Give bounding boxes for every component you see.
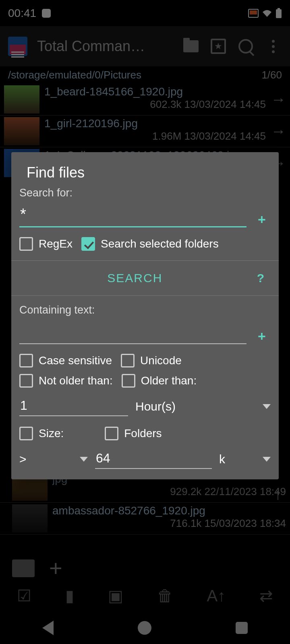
search-for-input[interactable]	[19, 203, 246, 227]
file-name: 1_beard-1845166_1920.jpg	[44, 85, 266, 98]
size-checkbox[interactable]: Size:	[19, 427, 64, 440]
app-title: Total Comman…	[37, 38, 172, 55]
arrow-right-icon[interactable]: →	[271, 123, 286, 140]
search-icon[interactable]	[237, 37, 255, 55]
cast-icon	[248, 9, 259, 18]
folder-icon[interactable]	[182, 37, 200, 55]
not-older-label: Not older than:	[39, 374, 113, 387]
nav-recent[interactable]	[236, 622, 248, 634]
file-meta: 1.96M 13/03/2024 14:45	[44, 130, 266, 142]
size-input[interactable]	[95, 449, 212, 469]
folders-label: Folders	[124, 427, 162, 440]
battery-icon	[276, 8, 282, 19]
wifi-icon	[262, 9, 272, 18]
svg-rect-1	[250, 10, 257, 14]
checkbox-icon	[122, 374, 135, 388]
search-button[interactable]: SEARCH	[19, 261, 251, 295]
age-unit-dropdown[interactable]: Hour(s)	[135, 400, 176, 413]
file-meta: 602.3k 13/03/2024 14:45	[44, 98, 266, 111]
sort-icon[interactable]: A↑	[207, 587, 226, 605]
path-bar[interactable]: /storage/emulated/0/Pictures 1/60	[0, 66, 290, 84]
dialog-title: Find files	[19, 164, 271, 187]
list-item[interactable]: 1_girl-2120196.jpg 1.96M 13/03/2024 14:4…	[0, 116, 290, 147]
case-sensitive-label: Case sensitive	[39, 354, 112, 367]
path-text: /storage/emulated/0/Pictures	[8, 69, 141, 81]
folders-checkbox[interactable]: Folders	[105, 427, 162, 440]
search-for-label: Search for:	[19, 187, 271, 199]
chevron-down-icon[interactable]	[263, 404, 271, 409]
path-count: 1/60	[261, 69, 282, 81]
checkbox-checked-icon	[81, 237, 95, 251]
checkbox-icon	[19, 237, 33, 251]
list-item[interactable]: 1_beard-1845166_1920.jpg 602.3k 13/03/20…	[0, 84, 290, 116]
file-meta: 929.2k 22/11/2023 18:49	[52, 485, 286, 498]
thumbnail	[4, 117, 39, 145]
unicode-label: Unicode	[140, 354, 182, 367]
checkbox-icon	[19, 354, 33, 367]
delete-icon[interactable]: 🗑	[157, 587, 173, 605]
bookmark-icon[interactable]: ★	[209, 37, 227, 55]
select-icon[interactable]: ☑	[17, 586, 31, 605]
svg-rect-3	[278, 8, 280, 10]
size-op-label: >	[19, 452, 27, 466]
help-button[interactable]: ?	[251, 271, 271, 285]
search-selected-label: Search selected folders	[101, 237, 219, 250]
notification-icon	[42, 9, 51, 18]
file-name: 1_girl-2120196.jpg	[44, 117, 266, 130]
file-icon[interactable]: ▮	[65, 586, 74, 605]
find-files-dialog: Find files Search for: + RegEx Search se…	[11, 152, 279, 479]
scroll-up-icon[interactable]: ↑	[274, 485, 282, 503]
nav-bar	[0, 612, 290, 644]
fab-row: +	[0, 559, 290, 577]
checkbox-icon	[19, 427, 33, 440]
regex-checkbox[interactable]: RegEx	[19, 237, 72, 251]
unicode-checkbox[interactable]: Unicode	[121, 354, 182, 367]
nav-back[interactable]	[42, 621, 54, 635]
older-than-checkbox[interactable]: Older than:	[122, 374, 197, 388]
swap-icon[interactable]: ⇄	[259, 586, 273, 605]
file-name: ambassador-852766_1920.jpg	[52, 504, 286, 517]
add-text-button[interactable]: +	[253, 328, 271, 344]
regex-label: RegEx	[39, 237, 72, 250]
more-icon[interactable]	[264, 37, 282, 55]
app-toolbar: Total Comman… ★	[0, 26, 290, 66]
checkbox-icon	[19, 374, 33, 388]
checkbox-icon	[105, 427, 118, 440]
case-sensitive-checkbox[interactable]: Case sensitive	[19, 354, 112, 367]
archive-icon[interactable]: ▣	[108, 586, 123, 605]
add-button[interactable]: +	[49, 559, 62, 577]
svg-rect-2	[276, 9, 282, 18]
status-bar: 00:41	[0, 0, 290, 26]
search-selected-checkbox[interactable]: Search selected folders	[81, 237, 219, 251]
status-time: 00:41	[8, 7, 36, 20]
older-than-label: Older than:	[141, 374, 197, 387]
arrow-right-icon[interactable]: →	[271, 91, 286, 108]
containing-label: Containing text:	[19, 304, 271, 316]
containing-input[interactable]	[19, 320, 246, 344]
add-pattern-button[interactable]: +	[253, 212, 271, 227]
bottom-toolbar: ☑ ▮ ▣ 🗑 A↑ ⇄	[0, 580, 290, 612]
age-input[interactable]	[19, 396, 128, 416]
thumbnail	[4, 85, 39, 114]
size-label: Size:	[39, 427, 64, 440]
thumbnail	[12, 504, 48, 533]
folder-button[interactable]	[12, 559, 35, 577]
list-item[interactable]: ambassador-852766_1920.jpg 716.1k 15/03/…	[0, 503, 290, 535]
chevron-down-icon	[80, 457, 88, 462]
size-op-dropdown[interactable]: >	[19, 452, 88, 466]
chevron-down-icon[interactable]	[263, 457, 271, 462]
file-meta: 716.1k 15/03/2023 18:34	[52, 517, 286, 530]
nav-home[interactable]	[138, 621, 151, 635]
checkbox-icon	[121, 354, 135, 367]
size-unit-dropdown[interactable]: k	[219, 452, 225, 466]
not-older-checkbox[interactable]: Not older than:	[19, 374, 113, 388]
app-icon	[8, 37, 27, 56]
